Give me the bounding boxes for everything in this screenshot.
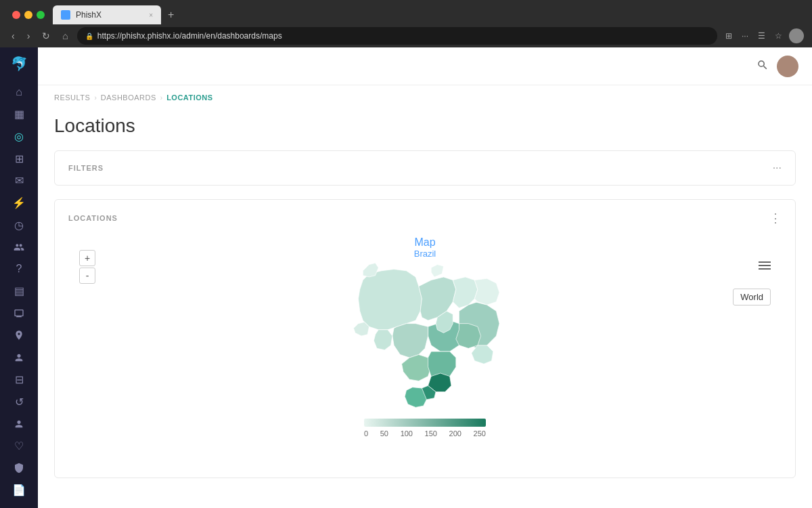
sidebar-item-pin[interactable] <box>5 326 32 345</box>
tab-favicon <box>61 10 70 20</box>
lock-icon: 🔒 <box>85 33 93 40</box>
tab-bar: PhishX × + <box>0 0 812 24</box>
legend-labels: 0 50 100 150 200 250 <box>364 429 486 438</box>
address-bar: ‹ › ↻ ⌂ 🔒 https://phishx.phishx.io/admin… <box>0 24 812 47</box>
legend-val-250: 250 <box>474 429 486 438</box>
zoom-in-button[interactable]: + <box>79 250 95 266</box>
extensions-icon[interactable]: ⊞ <box>723 31 735 41</box>
breadcrumb-dashboards[interactable]: DASHBOARDS <box>101 93 156 102</box>
search-icon[interactable] <box>757 59 769 74</box>
map-legend: 0 50 100 150 200 250 <box>68 419 782 448</box>
tab-title: PhishX <box>76 10 102 20</box>
zoom-out-button[interactable]: - <box>79 268 95 284</box>
filters-header: FILTERS ··· <box>68 162 782 174</box>
sidebar-item-history[interactable]: ◷ <box>5 215 32 235</box>
sidebar-item-search-user[interactable] <box>5 414 32 433</box>
more-icon[interactable]: ··· <box>739 31 751 41</box>
map-wrapper: + - Map Brazil <box>68 236 782 467</box>
forward-button[interactable]: › <box>24 28 34 43</box>
breadcrumb-results[interactable]: RESULTS <box>54 93 90 102</box>
minimize-button[interactable] <box>24 11 32 19</box>
browser-chrome: PhishX × + ‹ › ↻ ⌂ 🔒 https://phishx.phis… <box>0 0 812 47</box>
toolbar-right: ⊞ ··· ☰ ☆ <box>723 28 804 43</box>
legend-val-0: 0 <box>364 429 368 438</box>
sidebar-item-user-check[interactable] <box>5 348 32 368</box>
map-title-area: Map Brazil <box>68 236 782 259</box>
user-avatar[interactable] <box>777 56 798 77</box>
breadcrumb-sep-1: › <box>94 94 96 102</box>
locations-menu-icon[interactable]: ⋮ <box>769 211 782 226</box>
map-export-icon[interactable] <box>759 261 771 270</box>
sidebar-item-grid[interactable]: ▦ <box>5 105 32 125</box>
app-container: 🐬 ⌂ ▦ ◎ ⊞ ✉ ⚡ ◷ ? ▤ ⊟ ↺ ♡ 📄 <box>0 47 812 508</box>
sidebar-item-bolt[interactable]: ⚡ <box>5 193 32 213</box>
sidebar-item-replay[interactable]: ↺ <box>5 392 32 412</box>
breadcrumb-locations[interactable]: LOCATIONS <box>166 93 212 102</box>
map-zoom-controls: + - <box>79 250 95 284</box>
map-title: Map <box>68 236 782 249</box>
main-content: RESULTS › DASHBOARDS › LOCATIONS Locatio… <box>38 47 812 508</box>
top-bar <box>38 47 812 85</box>
filters-label: FILTERS <box>68 164 104 172</box>
refresh-button[interactable]: ↻ <box>39 28 53 43</box>
home-button[interactable]: ⌂ <box>59 28 71 43</box>
breadcrumb: RESULTS › DASHBOARDS › LOCATIONS <box>38 85 812 110</box>
filters-menu-icon[interactable]: ··· <box>773 162 782 174</box>
legend-val-100: 100 <box>401 429 413 438</box>
sidebar-item-dashboard[interactable]: ⊞ <box>5 149 32 169</box>
back-button[interactable]: ‹ <box>8 28 18 43</box>
traffic-lights <box>7 11 50 19</box>
sidebar-item-table[interactable]: ⊟ <box>5 370 32 389</box>
locations-header: LOCATIONS ⋮ <box>68 211 782 226</box>
sidebar-item-email[interactable]: ✉ <box>5 171 32 191</box>
sidebar-item-home[interactable]: ⌂ <box>5 83 32 102</box>
page-title: Locations <box>38 110 812 150</box>
brazil-map-svg <box>337 261 513 410</box>
sidebar-item-shield[interactable] <box>5 459 32 478</box>
filters-card: FILTERS ··· <box>54 150 796 186</box>
logo-icon: 🐬 <box>11 56 28 72</box>
sidebar-logo: 🐬 <box>11 56 28 72</box>
close-button[interactable] <box>12 11 20 19</box>
bookmark-icon[interactable]: ☆ <box>772 31 785 41</box>
sidebar-item-circle[interactable]: ◎ <box>5 127 32 146</box>
reader-icon[interactable]: ☰ <box>755 31 768 41</box>
new-tab-button[interactable]: + <box>164 9 178 21</box>
url-display: https://phishx.phishx.io/admin/en/dashbo… <box>97 31 282 41</box>
map-subtitle: Brazil <box>68 249 782 259</box>
sidebar: 🐬 ⌂ ▦ ◎ ⊞ ✉ ⚡ ◷ ? ▤ ⊟ ↺ ♡ 📄 <box>0 47 38 508</box>
top-bar-right <box>757 56 798 77</box>
sidebar-item-heart[interactable]: ♡ <box>5 436 32 456</box>
world-button[interactable]: World <box>733 289 771 305</box>
browser-profile-avatar[interactable] <box>789 28 804 43</box>
maximize-button[interactable] <box>37 11 45 19</box>
legend-gradient <box>364 419 486 427</box>
locations-card: LOCATIONS ⋮ + - Map Brazil <box>54 199 796 478</box>
sidebar-item-list[interactable]: ▤ <box>5 282 32 301</box>
address-input-field[interactable]: 🔒 https://phishx.phishx.io/admin/en/dash… <box>77 27 717 45</box>
locations-label: LOCATIONS <box>68 214 118 222</box>
sidebar-item-users-group[interactable] <box>5 237 32 257</box>
sidebar-item-question[interactable]: ? <box>5 259 32 279</box>
map-chart-area: World <box>68 261 782 410</box>
legend-val-200: 200 <box>449 429 461 438</box>
legend-val-150: 150 <box>425 429 437 438</box>
legend-val-50: 50 <box>380 429 388 438</box>
sidebar-item-monitor[interactable] <box>5 303 32 323</box>
breadcrumb-sep-2: › <box>160 94 162 102</box>
sidebar-item-document[interactable]: 📄 <box>5 480 32 500</box>
active-tab[interactable]: PhishX × <box>53 5 161 24</box>
tab-close-icon[interactable]: × <box>149 12 153 19</box>
